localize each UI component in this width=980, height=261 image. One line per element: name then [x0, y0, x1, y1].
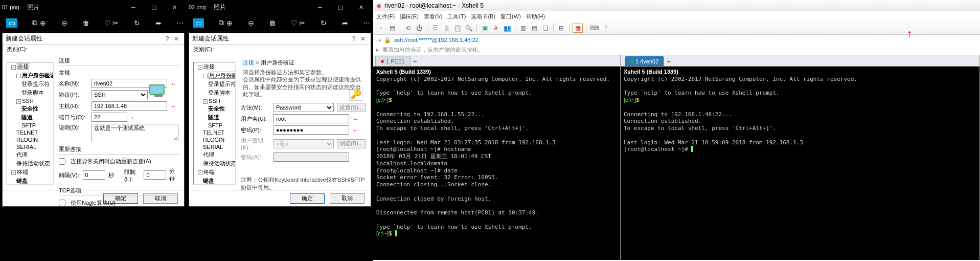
quickbar-add-icon[interactable]: ▸	[376, 47, 379, 53]
method-select[interactable]: Password	[274, 103, 334, 112]
menu-item[interactable]: 帮助(H)	[526, 13, 545, 20]
xshell-toolbar[interactable]: ▫ ▤ ⟲ ⏻ ☰ ⎘ 📋 🔍 ▣ A 👥 ▥ ▤ ❏ ⊞ ▦ ⌨ ❔ ↑	[373, 21, 980, 35]
tab-riven02[interactable]: 1 riven02	[625, 56, 664, 66]
address-bar[interactable]: ⇢ 🔒 ssh://root:******@192.168.1.48:22	[373, 35, 980, 45]
terminal-right[interactable]: Xshell 5 (Build 1339) Copyright (c) 2002…	[621, 67, 979, 260]
close-button[interactable]: ✕	[351, 0, 371, 14]
terminal-left[interactable]: Xshell 5 (Build 1339) Copyright (c) 2002…	[373, 67, 620, 260]
password-input[interactable]	[274, 125, 349, 135]
gallery-icon[interactable]: ▭	[6, 18, 17, 28]
properties-icon[interactable]: ☰	[430, 24, 440, 33]
window-title: riven02 - root@localhost:~ - Xshell 5	[384, 2, 484, 9]
key-icon[interactable]: ⌨	[589, 24, 599, 33]
dialog-close-icon[interactable]: ✕	[172, 34, 181, 44]
compare-icon[interactable]: ⧉	[31, 19, 39, 27]
cancel-button[interactable]: 取消	[330, 193, 364, 204]
dialog-title: 新建会话属性	[6, 34, 42, 43]
new-icon[interactable]: ▫	[376, 24, 385, 33]
dialog-close-icon[interactable]: ✕	[358, 34, 368, 44]
tree-label: 类别(C):	[193, 46, 371, 53]
quickbar: ▸ 要添加当前会话，点击左侧的箭头按钮。	[373, 45, 980, 55]
category-tree[interactable]: -连接 -用户身份验证 登录提示符 登录脚本 -SSH 安全性 隧道 SFTP …	[7, 62, 54, 185]
help-icon[interactable]: ❔	[601, 24, 610, 33]
note-text: 注释：公钥和Keyboard Interactive仅在SSH/SFTP协议中可…	[241, 176, 366, 191]
lock-icon2: 🔒	[384, 37, 391, 44]
more-icon[interactable]: ⋯	[176, 19, 184, 27]
dialog-help-icon[interactable]: ?	[349, 34, 358, 44]
favorite-icon[interactable]: ♡	[103, 19, 111, 27]
description-input[interactable]: 这就是一个测试系统	[92, 124, 178, 141]
menu-item[interactable]: 编辑(E)	[400, 13, 419, 20]
arrow-up-icon: ↑	[907, 28, 912, 39]
protocol-select[interactable]: SSH	[92, 90, 148, 99]
add-tab-button[interactable]: +	[411, 57, 420, 66]
arrow-icon: ←	[352, 115, 359, 123]
compare-icon[interactable]: ⧉	[217, 19, 225, 27]
menu-item[interactable]: 选项卡(B)	[471, 13, 495, 20]
xshell-window: ◉ riven02 - root@localhost:~ - Xshell 5 …	[373, 0, 980, 261]
maximize-button[interactable]: ▢	[144, 0, 164, 14]
photos-toolbar-1: ▭ ⧉ ⊕ ⊖ 🗑 ♡ ✂ ↻ ➦ ⋯	[0, 14, 187, 32]
host-input[interactable]	[92, 101, 167, 111]
reconnect-icon[interactable]: ⟲	[403, 24, 413, 33]
address-text[interactable]: ssh://root:******@192.168.1.48:22	[394, 37, 478, 43]
tab-icon[interactable]: ⊞	[557, 24, 566, 33]
passphrase-input	[274, 153, 349, 162]
dialog-help-icon[interactable]: ?	[163, 34, 172, 44]
interval-input[interactable]	[83, 170, 105, 180]
zoom-out-icon[interactable]: ⊖	[60, 19, 69, 27]
cascade-icon[interactable]: ❏	[541, 24, 550, 33]
limit-input[interactable]	[144, 170, 166, 180]
gallery-icon[interactable]: ▭	[193, 18, 204, 28]
color-icon[interactable]: ▣	[480, 24, 489, 33]
ok-button[interactable]: 确定	[290, 193, 325, 204]
file-name: 01.png	[2, 4, 19, 10]
nagle-checkbox[interactable]	[59, 200, 65, 206]
auto-reconnect-checkbox[interactable]	[59, 158, 65, 165]
zoom-out-icon[interactable]: ⊖	[247, 19, 255, 27]
port-input[interactable]	[92, 113, 127, 122]
share-icon[interactable]: ➦	[154, 19, 163, 27]
menu-item[interactable]: 文件(F)	[376, 13, 395, 20]
category-tree[interactable]: -连接 -用户身份验证 登录提示符 登录脚本 -SSH 安全性 隧道 SFTP …	[193, 62, 236, 185]
xshell-menubar[interactable]: 文件(F)编辑(E)查看(V)工具(T)选项卡(B)窗口(W)帮助(H)	[373, 11, 980, 21]
zoom-in-icon[interactable]: ⊕	[39, 19, 47, 27]
favorite-icon[interactable]: ♡	[290, 19, 298, 27]
delete-icon[interactable]: 🗑	[268, 19, 277, 27]
find-icon[interactable]: 🔍	[464, 24, 473, 33]
tree-label: 类别(C):	[7, 46, 184, 53]
disconnect-icon[interactable]: ⏻	[415, 24, 424, 33]
setup-button[interactable]: 设置(S)...	[337, 103, 366, 112]
users-icon[interactable]: 👥	[503, 24, 512, 33]
menu-item[interactable]: 窗口(W)	[500, 13, 521, 20]
font-icon[interactable]: A	[491, 24, 500, 33]
add-tab-button[interactable]: +	[664, 57, 673, 66]
crop-icon[interactable]: ✂	[298, 19, 306, 27]
close-button[interactable]: ✕	[164, 0, 185, 14]
rotate-icon[interactable]: ↻	[133, 19, 141, 27]
paste-icon[interactable]: 📋	[453, 24, 462, 33]
menu-item[interactable]: 查看(V)	[424, 13, 443, 20]
tab-pc01[interactable]: 1 PC01	[375, 56, 411, 66]
zoom-in-icon[interactable]: ⊕	[225, 19, 234, 27]
delete-icon[interactable]: 🗑	[82, 19, 90, 27]
more-icon[interactable]: ⋯	[362, 19, 371, 27]
crop-icon[interactable]: ✂	[111, 19, 120, 27]
titlebar-1: 01.png - 照片 ─ ▢ ✕	[0, 0, 187, 14]
tabs-left[interactable]: 1 PC01 +	[373, 55, 620, 67]
tile-h-icon[interactable]: ▥	[518, 24, 528, 33]
copy-icon[interactable]: ⎘	[442, 24, 451, 33]
rotate-icon[interactable]: ↻	[320, 19, 328, 27]
menu-item[interactable]: 工具(T)	[447, 13, 466, 20]
minimize-button[interactable]: ─	[123, 0, 144, 14]
xshell-icon: ◉	[376, 2, 381, 9]
hint-text: 请选择身份验证方法和其它参数。会话属性中此部分是为了登录过程更便捷而提供的。如果…	[243, 69, 366, 98]
username-input[interactable]	[274, 114, 349, 123]
tile-v-icon[interactable]: ▤	[530, 24, 539, 33]
maximize-button[interactable]: ▢	[330, 0, 351, 14]
layout-icon[interactable]: ▦	[573, 24, 583, 33]
tabs-right[interactable]: 1 riven02 +	[621, 55, 979, 67]
share-icon[interactable]: ➦	[341, 19, 349, 27]
minimize-button[interactable]: ─	[310, 0, 330, 14]
open-icon[interactable]: ▤	[388, 24, 397, 33]
